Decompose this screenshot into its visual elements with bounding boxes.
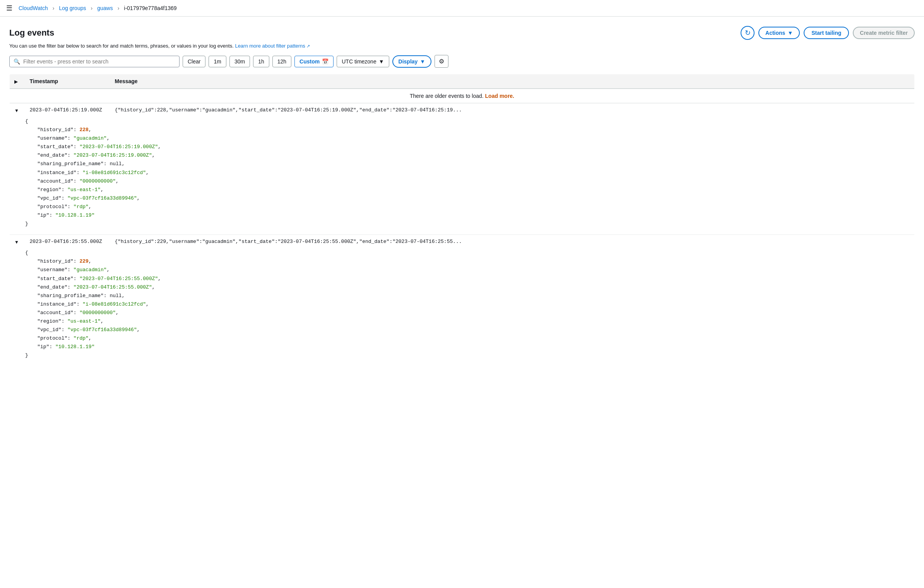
display-label: Display (399, 58, 418, 65)
filter-input[interactable] (23, 58, 175, 65)
row1-expand-cell: ▼ (10, 103, 25, 118)
row1-expand-button[interactable]: ▼ (14, 108, 19, 113)
breadcrumb-guaws[interactable]: guaws (97, 5, 113, 11)
timezone-chevron-icon: ▼ (379, 58, 384, 65)
row1-timestamp: 2023-07-04T16:25:19.000Z (25, 103, 110, 118)
load-more-text: There are older events to load. (410, 93, 484, 99)
actions-chevron-icon: ▼ (787, 30, 793, 36)
actions-label: Actions (765, 30, 785, 36)
row2-json-block: { "history_id": 229, "username": "guacad… (25, 249, 910, 360)
col-expand-header: ▶ (10, 74, 25, 89)
load-more-row: There are older events to load. Load mor… (10, 89, 915, 103)
calendar-icon: 📅 (322, 58, 329, 65)
breadcrumb-sep-3: › (118, 5, 120, 11)
settings-button[interactable]: ⚙ (435, 55, 448, 68)
row2-message-preview: {"history_id":229,"username":"guacadmin"… (110, 235, 915, 249)
start-tailing-button[interactable]: Start tailing (804, 27, 849, 39)
display-chevron-icon: ▼ (420, 58, 425, 65)
display-button[interactable]: Display ▼ (392, 55, 432, 68)
filter-bar: 🔍 Clear 1m 30m 1h 12h Custom 📅 UTC timez… (9, 55, 915, 68)
learn-more-link[interactable]: Learn more about filter patterns ↗ (235, 43, 310, 49)
custom-button[interactable]: Custom 📅 (294, 56, 334, 67)
breadcrumb-current: i-017979e778a4f1369 (124, 5, 176, 11)
row1-json-block: { "history_id": 228, "username": "guacad… (25, 117, 910, 228)
header-actions: ↻ Actions ▼ Start tailing Create metric … (741, 26, 915, 40)
log-table: ▶ Timestamp Message There are older even… (9, 74, 915, 366)
main-content: Log events ↻ Actions ▼ Start tailing Cre… (0, 17, 924, 366)
row2-detail-cell: { "history_id": 229, "username": "guacad… (10, 249, 915, 366)
search-icon: 🔍 (14, 58, 20, 65)
breadcrumb-cloudwatch[interactable]: CloudWatch (19, 5, 48, 11)
external-link-icon: ↗ (306, 44, 310, 48)
page-title: Log events (9, 28, 54, 38)
breadcrumb-sep-2: › (91, 5, 92, 11)
create-metric-filter-button: Create metric filter (853, 27, 915, 39)
row2-timestamp: 2023-07-04T16:25:55.000Z (25, 235, 110, 249)
refresh-button[interactable]: ↻ (741, 26, 755, 40)
table-row: ▼ 2023-07-04T16:25:19.000Z {"history_id"… (10, 103, 915, 118)
hamburger-icon[interactable]: ☰ (6, 4, 12, 12)
col-timestamp-header: Timestamp (25, 74, 110, 89)
custom-label: Custom (299, 58, 320, 65)
clear-button[interactable]: Clear (183, 56, 205, 67)
col-message-header: Message (110, 74, 915, 89)
row1-message-preview: {"history_id":228,"username":"guacadmin"… (110, 103, 915, 118)
row1-detail: { "history_id": 228, "username": "guacad… (10, 117, 915, 235)
page-header: Log events ↻ Actions ▼ Start tailing Cre… (9, 26, 915, 40)
refresh-icon: ↻ (745, 29, 751, 37)
time-1h-button[interactable]: 1h (253, 56, 269, 67)
top-nav: ☰ CloudWatch › Log groups › guaws › i-01… (0, 0, 924, 17)
timezone-button[interactable]: UTC timezone ▼ (337, 56, 389, 67)
time-1m-button[interactable]: 1m (209, 56, 226, 67)
time-30m-button[interactable]: 30m (229, 56, 250, 67)
row2-expand-cell: ▼ (10, 235, 25, 249)
filter-input-wrapper: 🔍 (9, 56, 180, 67)
timezone-label: UTC timezone (342, 58, 376, 65)
expand-all-button[interactable]: ▶ (14, 79, 18, 84)
page-subtitle: You can use the filter bar below to sear… (9, 43, 915, 49)
row2-detail: { "history_id": 229, "username": "guacad… (10, 249, 915, 366)
breadcrumb-log-groups[interactable]: Log groups (59, 5, 86, 11)
table-row: ▼ 2023-07-04T16:25:55.000Z {"history_id"… (10, 235, 915, 249)
time-12h-button[interactable]: 12h (272, 56, 291, 67)
table-header-row: ▶ Timestamp Message (10, 74, 915, 89)
actions-button[interactable]: Actions ▼ (758, 27, 800, 39)
breadcrumb-sep-1: › (53, 5, 55, 11)
row2-expand-button[interactable]: ▼ (14, 239, 19, 245)
row1-detail-cell: { "history_id": 228, "username": "guacad… (10, 117, 915, 235)
load-more-link[interactable]: Load more. (485, 93, 514, 99)
gear-icon: ⚙ (439, 58, 444, 65)
